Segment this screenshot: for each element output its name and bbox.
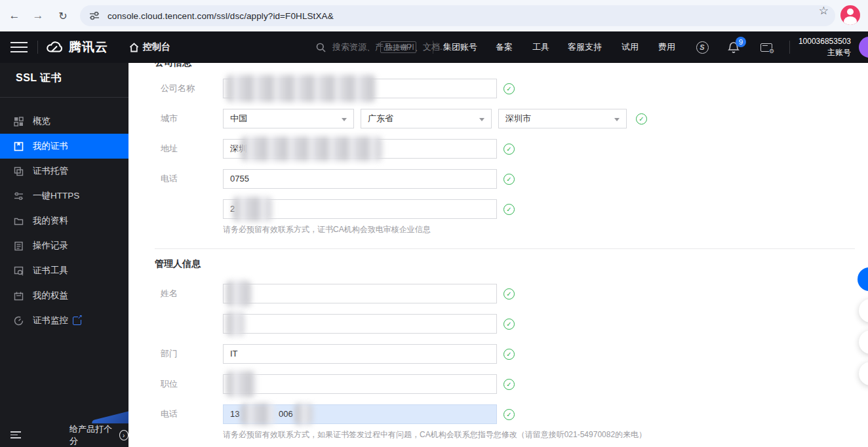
browser-reload-button[interactable]: ↻ (54, 7, 72, 25)
nav-beian[interactable]: 备案 (496, 31, 513, 63)
section-divider (155, 248, 855, 249)
sidebar-item-cert-monitoring[interactable]: 证书监控 (0, 308, 128, 333)
sidebar-item-label: 我的权益 (33, 290, 68, 301)
sidebar-divider (0, 97, 128, 98)
address-bar[interactable]: console.cloud.tencent.com/ssl/dsc/apply?… (80, 5, 835, 26)
sidebar-item-label: 我的证书 (33, 140, 68, 152)
position-label: 职位 (161, 374, 178, 394)
header-divider (789, 41, 790, 54)
redacted-name (226, 311, 245, 336)
valid-check-icon: ✓ (503, 379, 515, 390)
manager-contact-hint: 请务必预留有效联系方式，如果证书签发过程中有问题，CA机构会联系您指导您修改（请… (223, 429, 646, 440)
account-type: 主账号 (795, 47, 851, 58)
nav-billing[interactable]: 费用 (658, 31, 675, 63)
company-contact-hint: 请务必预留有效联系方式，证书CA机构会致电审核企业信息 (223, 224, 431, 235)
rate-product-link[interactable]: 给产品打个分 › (69, 423, 128, 447)
department-value: IT (230, 349, 238, 359)
brand-text: 腾讯云 (69, 39, 108, 56)
sidebar-item-label: 证书监控 (33, 315, 68, 326)
folder-icon (13, 216, 24, 226)
site-info-icon[interactable] (89, 11, 100, 20)
company-section-heading: 公司信息 (155, 63, 191, 69)
department-label: 部门 (161, 344, 178, 364)
company-phone-value: 0755 (230, 174, 249, 184)
company-phone-input[interactable]: 0755 (223, 169, 497, 189)
bookmark-star-icon[interactable]: ☆ (819, 4, 829, 18)
hosting-icon (13, 166, 24, 176)
address-input[interactable]: 深圳 (223, 139, 497, 159)
manager-phone-input[interactable]: 13 006 (223, 404, 497, 424)
cloud-icon (46, 41, 64, 53)
rate-product-label: 给产品打个分 (69, 423, 115, 447)
feedback-icon: S (696, 41, 709, 54)
country-select[interactable]: 中国 (223, 109, 354, 128)
sidebar-item-one-click-https[interactable]: 一键HTTPS (0, 184, 128, 208)
postal-code-input[interactable]: 2 (223, 199, 497, 219)
sidebar-item-overview[interactable]: 概览 (0, 109, 128, 134)
document-icon (13, 241, 24, 251)
redacted-phone (294, 403, 313, 425)
valid-check-icon: ✓ (503, 83, 515, 94)
sidebar-item-my-benefits[interactable]: 我的权益 (0, 283, 128, 308)
home-icon (129, 43, 139, 52)
tools-icon (13, 265, 24, 276)
nav-label: 工具 (532, 41, 549, 53)
position-input[interactable] (223, 374, 497, 394)
console-settings-icon (760, 43, 772, 52)
sidebar-item-label: 我的资料 (33, 215, 68, 227)
console-label: 控制台 (143, 41, 170, 53)
manager-lastname-input[interactable] (223, 284, 497, 303)
valid-check-icon: ✓ (503, 349, 515, 360)
account-avatar[interactable] (859, 37, 868, 58)
browser-forward-button[interactable]: → (29, 7, 47, 25)
province-select[interactable]: 广东省 (361, 109, 492, 128)
nav-label: 客服支持 (568, 41, 602, 53)
chevron-down-icon (614, 118, 620, 121)
header-divider (37, 41, 38, 54)
nav-group-account[interactable]: 集团账号 (443, 31, 477, 63)
sidebar-item-cert-tools[interactable]: 证书工具 (0, 258, 128, 283)
manager-firstname-input[interactable] (223, 314, 497, 334)
notifications-button[interactable] (721, 31, 746, 63)
sidebar-item-label: 操作记录 (33, 240, 68, 252)
company-name-input[interactable] (223, 79, 497, 98)
console-settings-button[interactable] (754, 31, 779, 63)
redacted-company-name (226, 75, 376, 102)
city-select[interactable]: 深圳市 (498, 109, 627, 128)
account-info[interactable]: 100036853503 主账号 (795, 36, 851, 58)
sidebar-footer: 给产品打个分 › (0, 423, 128, 447)
nav-support[interactable]: 客服支持 (568, 31, 602, 63)
nav-tools[interactable]: 工具 (532, 31, 549, 63)
feedback-button[interactable]: S (690, 31, 715, 63)
redacted-address (241, 136, 382, 161)
manager-section-heading: 管理人信息 (155, 258, 201, 270)
sidebar: SSL 证书 概览 我的证书 证书托管 一键HTTPS 我的资料 (0, 63, 128, 447)
department-input[interactable]: IT (223, 344, 497, 364)
sidebar-item-label: 证书工具 (33, 265, 68, 277)
chevron-right-icon: › (119, 430, 128, 440)
cloud-console-header: 腾讯云 控制台 搜索资源、产品、API、文档... 快捷键 / 集团账号 备案 … (0, 31, 868, 63)
notification-count-badge: 9 (736, 37, 746, 47)
collapse-sidebar-icon[interactable] (10, 431, 21, 439)
browser-back-button[interactable]: ← (5, 7, 24, 25)
screen: ← → ↻ console.cloud.tencent.com/ssl/dsc/… (0, 0, 868, 447)
tencent-cloud-logo[interactable]: 腾讯云 (46, 31, 108, 63)
sidebar-item-operation-log[interactable]: 操作记录 (0, 233, 128, 258)
sidebar-item-my-certificates[interactable]: 我的证书 (0, 134, 128, 159)
nav-trial[interactable]: 试用 (621, 31, 639, 63)
search-icon (316, 43, 326, 52)
nav-label: 试用 (621, 41, 639, 53)
external-link-icon (73, 317, 81, 325)
valid-check-icon: ✓ (503, 409, 515, 420)
console-home-link[interactable]: 控制台 (129, 31, 170, 63)
products-menu-icon[interactable] (10, 42, 28, 52)
sidebar-item-my-profile[interactable]: 我的资料 (0, 208, 128, 233)
redacted-postal (233, 197, 272, 222)
shortcut-key-badge: 快捷键 / (380, 41, 416, 53)
chevron-down-icon (479, 118, 484, 121)
valid-check-icon: ✓ (636, 113, 647, 125)
sidebar-item-label: 一键HTTPS (33, 190, 79, 202)
sidebar-item-cert-hosting[interactable]: 证书托管 (0, 159, 128, 184)
browser-profile-avatar[interactable] (840, 5, 860, 25)
company-phone-label: 电话 (161, 169, 178, 189)
